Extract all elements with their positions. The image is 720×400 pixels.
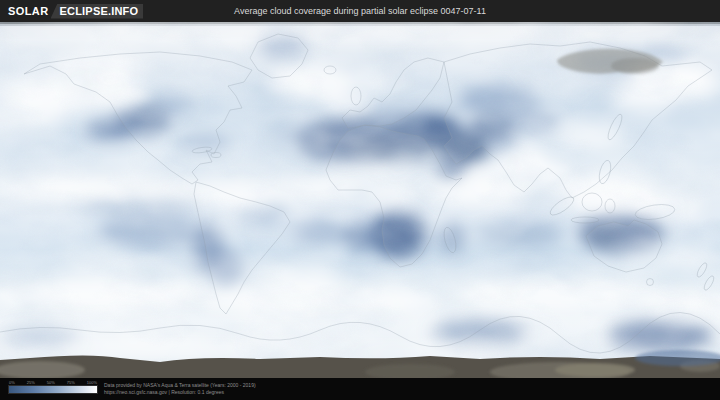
legend-gradient-bar xyxy=(9,386,97,393)
logo-text-solar: SOLAR xyxy=(8,5,49,17)
legend-tick-25: 25% xyxy=(27,381,35,385)
legend-tick-labels: 0% 25% 50% 75% 100% xyxy=(9,381,97,385)
attribution: Data provided by NASA's Aqua & Terra sat… xyxy=(104,382,256,395)
legend-tick-100: 100% xyxy=(87,381,97,385)
logo-text-eclipse-info: ECLIPSE.INFO xyxy=(51,4,144,19)
solar-eclipse-info-page: SOLAR ECLIPSE.INFO Average cloud coverag… xyxy=(0,0,720,400)
footer-bar: 0% 25% 50% 75% 100% Data provided by NAS… xyxy=(0,378,720,400)
attribution-line-2: https://neo.sci.gsfc.nasa.gov | Resoluti… xyxy=(104,389,256,396)
world-map-svg xyxy=(0,22,720,378)
cloud-coverage-legend: 0% 25% 50% 75% 100% xyxy=(9,381,97,393)
site-logo[interactable]: SOLAR ECLIPSE.INFO xyxy=(8,4,143,19)
attribution-line-1: Data provided by NASA's Aqua & Terra sat… xyxy=(104,382,256,389)
legend-tick-0: 0% xyxy=(9,381,15,385)
top-bar: SOLAR ECLIPSE.INFO Average cloud coverag… xyxy=(0,0,720,22)
cloud-coverage-map xyxy=(0,22,720,378)
legend-tick-50: 50% xyxy=(47,381,55,385)
legend-tick-75: 75% xyxy=(67,381,75,385)
